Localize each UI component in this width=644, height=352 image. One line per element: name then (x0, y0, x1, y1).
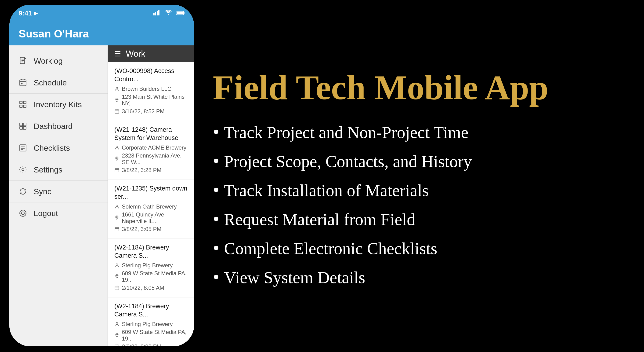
work-order-company-row-4: Sterling Pig Brewery (114, 321, 188, 327)
person-icon-0 (114, 86, 120, 92)
svg-point-29 (116, 205, 118, 206)
work-order-date-1: 3/8/22, 3:28 PM (122, 167, 161, 173)
svg-rect-34 (115, 286, 119, 290)
work-order-item-4[interactable]: (W2-1184) Brewery Camera S... Sterling P… (108, 297, 194, 346)
work-order-company-row-2: Solemn Oath Brewery (114, 203, 188, 210)
sidebar-item-checklists[interactable]: Checklists (9, 137, 108, 159)
work-order-address-0: 123 Main St White Plains NY,... (122, 94, 188, 107)
sidebar-label-worklog: Worklog (34, 56, 63, 66)
app-header: Susan O'Hara (9, 22, 194, 45)
signal-icon (154, 10, 161, 17)
work-order-company-1: Corporate ACME Brewery (122, 144, 186, 151)
sync-icon (18, 186, 28, 197)
svg-rect-10 (21, 83, 22, 84)
chart-icon (18, 121, 28, 131)
sidebar-item-schedule[interactable]: Schedule (9, 72, 108, 94)
work-order-date-row-4: 2/9/22, 8:08 PM (114, 343, 188, 346)
bullet-dot-1: • (213, 150, 219, 172)
svg-point-26 (116, 146, 118, 148)
svg-point-20 (22, 169, 24, 171)
sidebar-item-worklog[interactable]: Worklog (9, 50, 108, 72)
work-order-title-1: (W21-1248) Camera System for Warehouse (114, 126, 188, 142)
work-order-date-3: 2/10/22, 8:05 AM (122, 285, 164, 291)
bullet-dot-5: • (213, 266, 219, 288)
sidebar-label-logout: Logout (34, 209, 58, 218)
sidebar-label-inventory-kits: Inventory Kits (34, 100, 82, 109)
work-list-header: ☰ Work (108, 45, 194, 62)
menu-icon[interactable]: ☰ (114, 49, 121, 58)
logout-icon (18, 208, 28, 218)
sidebar-item-dashboard[interactable]: Dashboard (9, 115, 108, 137)
location-icon-0 (114, 98, 120, 103)
work-order-item-2[interactable]: (W21-1235) System down ser... Solemn Oat… (108, 180, 194, 238)
status-bar: 9:41 ▶ (9, 5, 194, 22)
svg-rect-25 (115, 110, 119, 114)
sidebar-item-settings[interactable]: Settings (9, 159, 108, 181)
bullet-dot-4: • (213, 237, 219, 259)
work-order-date-row-0: 3/16/22, 8:52 PM (114, 108, 188, 115)
sidebar-item-sync[interactable]: Sync (9, 181, 108, 202)
bullet-item-4: • Complete Electronic Checklists (213, 237, 620, 259)
svg-rect-37 (115, 345, 119, 346)
calendar-icon-3 (114, 285, 120, 290)
svg-point-4 (168, 14, 169, 15)
work-order-item-1[interactable]: (W21-1248) Camera System for Warehouse C… (108, 121, 194, 180)
svg-rect-13 (20, 105, 22, 108)
bullet-dot-3: • (213, 208, 219, 230)
calendar-icon-1 (114, 168, 120, 173)
person-icon-4 (114, 321, 120, 327)
battery-icon (176, 10, 185, 17)
work-order-item-0[interactable]: (WO-000998) Access Contro... Brown Build… (108, 62, 194, 121)
svg-rect-12 (24, 101, 26, 104)
bullet-text-5: View System Details (224, 267, 365, 288)
status-time: 9:41 (19, 10, 32, 17)
work-order-item-3[interactable]: (W2-1184) Brewery Camera S... Sterling P… (108, 239, 194, 297)
location-icon-3 (114, 274, 120, 279)
bullet-text-3: Request Material from Field (224, 209, 415, 230)
sidebar: Worklog Schedule (9, 45, 108, 346)
work-order-address-4: 609 W State St Media PA, 19... (122, 329, 188, 342)
sidebar-label-sync: Sync (34, 187, 52, 196)
person-icon-1 (114, 145, 120, 150)
svg-rect-28 (115, 169, 119, 172)
sidebar-item-inventory-kits[interactable]: Inventory Kits (9, 94, 108, 115)
svg-point-36 (116, 334, 118, 335)
bullet-text-2: Track Installation of Materials (224, 180, 429, 201)
user-name: Susan O'Hara (19, 27, 89, 40)
sidebar-item-logout[interactable]: Logout (9, 202, 108, 224)
sidebar-label-checklists: Checklists (34, 143, 70, 153)
work-list-items: (WO-000998) Access Contro... Brown Build… (108, 62, 194, 346)
work-order-title-0: (WO-000998) Access Contro... (114, 67, 188, 83)
status-bar-right (154, 10, 185, 17)
work-order-address-3: 609 W State St Media PA, 19... (122, 270, 188, 283)
work-order-address-row-1: 2323 Pennsylvania Ave. SE W... (114, 152, 188, 165)
svg-rect-16 (24, 123, 26, 126)
work-order-address-row-2: 1661 Quincy Ave Naperville IL... (114, 211, 188, 224)
sidebar-label-dashboard: Dashboard (34, 122, 72, 131)
svg-rect-9 (20, 80, 26, 86)
svg-rect-1 (155, 12, 156, 16)
bullet-item-0: • Track Project and Non-Project Time (213, 121, 620, 143)
bullet-item-1: • Project Scope, Contacts, and History (213, 150, 620, 172)
svg-rect-7 (176, 12, 183, 14)
bullet-list: • Track Project and Non-Project Time • P… (213, 121, 620, 288)
work-order-title-2: (W21-1235) System down ser... (114, 184, 188, 201)
work-order-company-2: Solemn Oath Brewery (122, 203, 177, 210)
person-icon-2 (114, 204, 120, 209)
work-order-date-row-1: 3/8/22, 3:28 PM (114, 167, 188, 173)
calendar-icon-0 (114, 109, 120, 114)
svg-rect-14 (24, 105, 26, 108)
status-bar-left: 9:41 ▶ (19, 10, 38, 17)
sidebar-label-schedule: Schedule (34, 78, 67, 87)
document-icon (18, 56, 28, 66)
svg-point-33 (116, 275, 118, 276)
work-order-company-row-1: Corporate ACME Brewery (114, 144, 188, 151)
work-order-date-0: 3/16/22, 8:52 PM (122, 108, 164, 115)
main-title: Field Tech Mobile App (213, 69, 620, 107)
work-order-date-4: 2/9/22, 8:08 PM (122, 343, 161, 346)
work-order-company-4: Sterling Pig Brewery (122, 321, 172, 327)
svg-rect-15 (20, 123, 23, 126)
bullet-text-0: Track Project and Non-Project Time (224, 122, 468, 143)
svg-rect-2 (157, 11, 158, 16)
phone-mockup: 9:41 ▶ (0, 0, 194, 352)
